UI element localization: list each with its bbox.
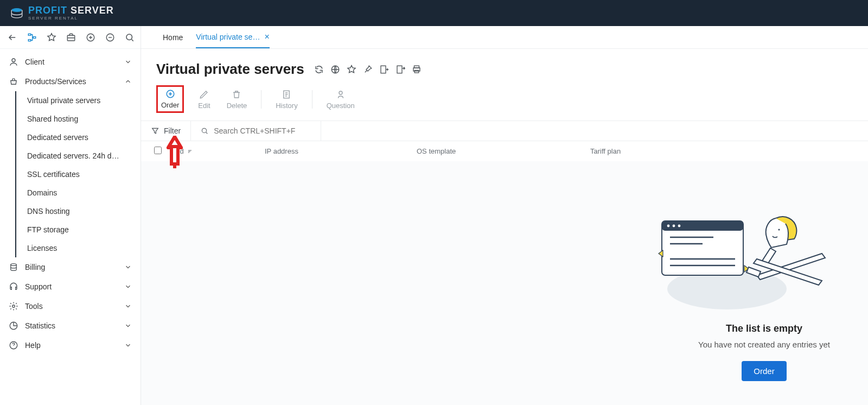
pin-icon[interactable] — [363, 65, 373, 74]
close-tab-icon[interactable]: × — [264, 32, 269, 42]
question-icon — [336, 90, 346, 99]
chevron-up-icon — [124, 78, 132, 85]
briefcase-icon[interactable] — [66, 33, 76, 42]
action-label: History — [276, 102, 297, 110]
tab-label: Home — [163, 33, 183, 42]
nav-item-vps[interactable]: Virtual private servers — [15, 91, 141, 110]
nav-item-ftp[interactable]: FTP storage — [15, 220, 141, 239]
action-label: Question — [327, 102, 355, 110]
nav-label: Statistics — [25, 321, 118, 330]
search-icon[interactable] — [125, 33, 135, 42]
star-icon[interactable] — [47, 33, 56, 42]
nav-label: Help — [25, 341, 118, 350]
pencil-icon — [199, 90, 209, 99]
nav-group-client[interactable]: Client — [0, 52, 141, 72]
edit-button[interactable]: Edit — [196, 86, 212, 113]
svg-point-7 — [126, 34, 132, 40]
svg-rect-3 — [33, 36, 36, 38]
sort-icon — [187, 148, 194, 155]
nav-label: Products/Services — [25, 77, 118, 86]
nav-group-products[interactable]: Products/Services — [0, 72, 141, 91]
nav-item-dedicated-24h[interactable]: Dedicated servers. 24h d… — [15, 147, 141, 165]
select-all-cell — [154, 147, 178, 156]
col-plan[interactable]: Tariff plan — [590, 147, 855, 155]
nav-item-licenses[interactable]: Licenses — [15, 239, 141, 257]
svg-rect-14 — [381, 66, 386, 73]
globe-icon[interactable] — [330, 65, 340, 74]
top-toolbar — [0, 26, 141, 49]
nav-item-shared[interactable]: Shared hosting — [15, 110, 141, 128]
empty-order-button[interactable]: Order — [742, 361, 786, 381]
print-icon[interactable] — [412, 65, 422, 74]
search-icon — [201, 126, 208, 135]
col-label: IP address — [265, 147, 298, 155]
svg-point-27 — [673, 225, 675, 227]
user-icon — [9, 57, 18, 67]
nav-label: Support — [25, 282, 118, 291]
filter-icon — [151, 126, 159, 135]
nav-group-billing[interactable]: Billing — [0, 257, 141, 277]
nav-item-dedicated[interactable]: Dedicated servers — [15, 128, 141, 147]
svg-rect-15 — [397, 66, 402, 73]
plus-circle-icon[interactable] — [86, 33, 95, 42]
nav-group-help[interactable]: Help — [0, 336, 141, 355]
sidebar: Client Products/Services Virtual private… — [0, 26, 141, 405]
select-all-checkbox[interactable] — [154, 147, 162, 154]
logo-subtitle: SERVER RENTAL — [28, 16, 114, 21]
chevron-down-icon — [124, 341, 132, 349]
history-icon — [282, 90, 291, 99]
empty-state: The list is empty You have not created a… — [141, 161, 868, 381]
nav-group-support[interactable]: Support — [0, 277, 141, 296]
filter-button[interactable]: Filter — [141, 121, 191, 141]
search-input[interactable] — [214, 126, 311, 135]
logo-text-2: SERVER — [67, 5, 114, 16]
history-button[interactable]: History — [273, 86, 299, 113]
star-icon[interactable] — [347, 65, 356, 74]
action-label: Delete — [227, 102, 247, 110]
separator — [261, 90, 261, 109]
table-header-row: Id IP address OS template Tariff plan — [141, 141, 868, 161]
order-button[interactable]: Order — [156, 85, 184, 113]
svg-point-26 — [667, 225, 670, 227]
action-label: Edit — [198, 102, 210, 110]
nav-item-dns[interactable]: DNS hosting — [15, 202, 141, 220]
main-content: Home Virtual private se… × Virtual priva… — [141, 26, 868, 405]
plus-circle-icon — [165, 89, 175, 99]
back-icon[interactable] — [8, 33, 17, 42]
page-title: Virtual private servers — [156, 61, 304, 78]
question-button[interactable]: Question — [324, 86, 357, 113]
page-body: Virtual private servers Order — [141, 49, 868, 405]
export-icon[interactable] — [395, 65, 405, 74]
tab-vps[interactable]: Virtual private se… × — [196, 27, 269, 48]
tree-icon[interactable] — [27, 33, 37, 42]
brand-logo[interactable]: PROFIT SERVER SERVER RENTAL — [10, 5, 114, 21]
empty-title: The list is empty — [698, 323, 830, 334]
col-label: OS template — [417, 147, 456, 155]
nav-item-ssl[interactable]: SSL certificates — [15, 165, 141, 183]
app-header: PROFIT SERVER SERVER RENTAL — [0, 0, 868, 26]
col-os[interactable]: OS template — [417, 147, 590, 155]
svg-point-22 — [202, 128, 206, 132]
filter-search-row: Filter — [141, 121, 868, 141]
minus-circle-icon[interactable] — [105, 33, 115, 42]
col-ip[interactable]: IP address — [265, 147, 417, 155]
search-box[interactable] — [191, 121, 321, 141]
logo-text-1: PROFIT — [28, 5, 67, 16]
page-title-actions — [314, 65, 422, 74]
delete-button[interactable]: Delete — [225, 86, 250, 113]
action-bar: Order Edit Delete History — [141, 82, 868, 121]
action-label: Order — [161, 101, 179, 109]
col-id[interactable]: Id — [178, 147, 265, 155]
nav-item-domains[interactable]: Domains — [15, 183, 141, 202]
nav-label: Client — [25, 58, 118, 66]
nav-group-tools[interactable]: Tools — [0, 296, 141, 316]
nav-label: Billing — [25, 263, 118, 271]
import-icon[interactable] — [379, 65, 389, 74]
help-icon — [9, 340, 18, 350]
tab-home[interactable]: Home — [163, 28, 183, 47]
svg-point-28 — [678, 225, 681, 227]
refresh-icon[interactable] — [314, 65, 324, 74]
chevron-down-icon — [124, 283, 132, 290]
empty-subtitle: You have not created any entries yet — [698, 340, 830, 349]
nav-group-statistics[interactable]: Statistics — [0, 316, 141, 336]
